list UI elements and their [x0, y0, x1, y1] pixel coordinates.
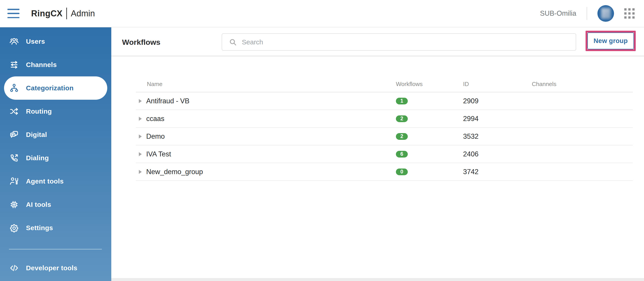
group-name: ccaas	[146, 115, 164, 123]
header-right: SUB-Omilia	[540, 5, 644, 22]
table-row-ccaas[interactable]: ccaas22994	[136, 110, 633, 128]
workflow-count-badge: 2	[396, 133, 408, 140]
avatar-image	[601, 8, 611, 19]
sidebar-item-label: Dialing	[26, 154, 49, 162]
sidebar-divider	[9, 249, 102, 249]
app-header: RingCX Admin SUB-Omilia	[0, 0, 644, 27]
workflow-groups-table: NameWorkflowsIDChannels Antifraud - VB12…	[136, 76, 633, 181]
table-row-iva-test[interactable]: IVA Test62406	[136, 145, 633, 163]
column-header-name: Name	[136, 81, 395, 88]
sidebar-item-users[interactable]: Users	[4, 30, 107, 53]
search-box[interactable]	[222, 33, 576, 51]
code-icon	[9, 263, 19, 273]
group-name: Antifraud - VB	[146, 97, 190, 105]
table-row-new-demo-group[interactable]: New_demo_group03742	[136, 163, 633, 181]
group-id: 3532	[463, 132, 478, 141]
workflow-count-badge: 2	[396, 115, 408, 122]
sidebar-item-label: Routing	[26, 108, 52, 115]
brand-secondary: Admin	[71, 9, 95, 18]
sidebar-item-label: Developer tools	[26, 264, 78, 272]
new-group-button[interactable]: New group	[587, 33, 634, 49]
search-input[interactable]	[242, 38, 576, 46]
table-row-antifraud-vb[interactable]: Antifraud - VB12909	[136, 92, 633, 110]
group-name: Demo	[146, 132, 165, 141]
bottom-strip	[111, 278, 644, 281]
menu-icon[interactable]	[8, 8, 20, 19]
expand-caret-icon[interactable]	[139, 134, 142, 138]
ai-tools-icon	[9, 199, 19, 210]
dialing-icon	[9, 153, 19, 163]
expand-caret-icon[interactable]	[139, 99, 142, 103]
group-name: IVA Test	[146, 150, 171, 158]
sidebar-nav: UsersChannelsCategorizationRoutingDigita…	[0, 30, 111, 239]
sidebar-item-agent-tools[interactable]: Agent tools	[4, 170, 107, 193]
brand-logo: RingCX Admin	[31, 8, 95, 19]
sidebar-item-digital[interactable]: Digital	[4, 123, 107, 146]
annotation-highlight: New group	[586, 31, 636, 51]
channels-icon	[9, 60, 19, 70]
table-row-demo[interactable]: Demo23532	[136, 128, 633, 145]
sidebar-footer-nav: Developer tools	[0, 256, 111, 280]
group-id: 2909	[463, 97, 478, 105]
brand-divider	[66, 8, 67, 19]
settings-icon	[9, 223, 19, 233]
search-icon	[229, 38, 237, 46]
sidebar-item-label: Settings	[26, 224, 53, 232]
group-id: 2406	[463, 150, 478, 158]
sidebar-item-label: Agent tools	[26, 177, 64, 185]
sidebar-item-categorization[interactable]: Categorization	[4, 76, 107, 100]
categorization-icon	[9, 83, 19, 93]
sidebar-item-channels[interactable]: Channels	[4, 53, 107, 76]
avatar[interactable]	[598, 5, 614, 22]
users-icon	[9, 36, 19, 47]
expand-caret-icon[interactable]	[139, 170, 142, 174]
sidebar-item-settings[interactable]: Settings	[4, 216, 107, 239]
brand-primary: RingCX	[31, 9, 62, 18]
column-header-channels: Channels	[532, 81, 633, 88]
column-header-id: ID	[462, 81, 532, 88]
agent-tools-icon	[9, 176, 19, 186]
table-header-row: NameWorkflowsIDChannels	[136, 76, 633, 92]
apps-grid-icon[interactable]	[624, 8, 635, 19]
workflow-count-badge: 0	[396, 168, 408, 175]
toolbar-divider	[111, 55, 644, 57]
expand-caret-icon[interactable]	[139, 117, 142, 121]
header-left: RingCX Admin	[0, 8, 95, 19]
group-id: 3742	[463, 168, 478, 176]
sidebar-item-label: Users	[26, 38, 45, 45]
column-header-workflows: Workflows	[395, 81, 462, 88]
group-id: 2994	[463, 115, 478, 123]
sidebar-item-label: Channels	[26, 61, 57, 69]
workflow-count-badge: 6	[396, 151, 408, 158]
routing-icon	[9, 106, 19, 117]
digital-icon	[9, 130, 19, 140]
expand-caret-icon[interactable]	[139, 152, 142, 156]
sidebar-item-label: AI tools	[26, 201, 51, 208]
sidebar-item-dialing[interactable]: Dialing	[4, 146, 107, 170]
account-label: SUB-Omilia	[540, 10, 576, 18]
sidebar-item-label: Digital	[26, 131, 47, 138]
main-content: Workflows New group NameWorkflowsIDChann…	[111, 27, 644, 281]
header-vertical-divider	[587, 7, 587, 20]
sidebar-item-routing[interactable]: Routing	[4, 100, 107, 123]
sidebar-item-ai-tools[interactable]: AI tools	[4, 193, 107, 216]
sidebar: UsersChannelsCategorizationRoutingDigita…	[0, 27, 111, 281]
table-body: Antifraud - VB12909ccaas22994Demo23532IV…	[136, 92, 633, 181]
sidebar-item-developer-tools[interactable]: Developer tools	[4, 256, 107, 280]
group-name: New_demo_group	[146, 168, 203, 176]
workflow-count-badge: 1	[396, 98, 408, 104]
sidebar-item-label: Categorization	[26, 84, 74, 92]
page-title: Workflows	[122, 38, 160, 47]
